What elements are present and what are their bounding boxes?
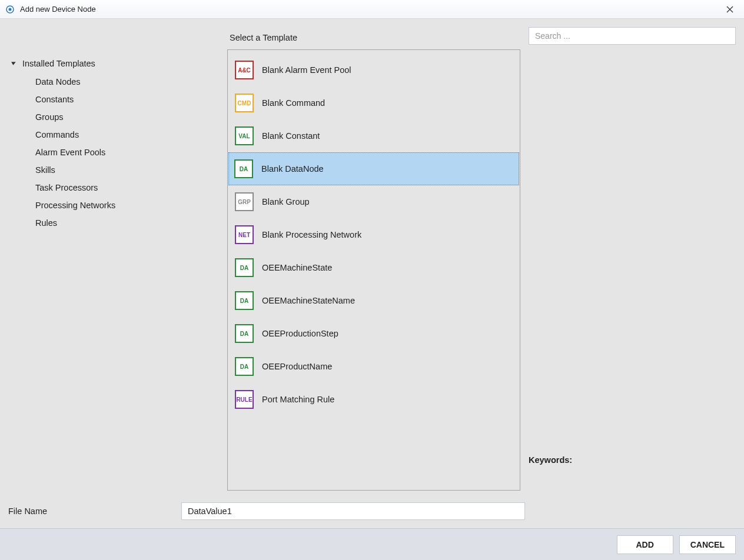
- tree-item[interactable]: Task Processors: [35, 179, 227, 196]
- template-row[interactable]: GRPBlank Group: [229, 185, 519, 218]
- close-button[interactable]: [720, 0, 739, 19]
- template-row[interactable]: DAOEEMachineState: [229, 251, 519, 284]
- template-label: OEEProductName: [262, 362, 332, 371]
- template-type-icon: NET: [235, 225, 254, 244]
- add-button[interactable]: ADD: [617, 535, 673, 554]
- template-label: Blank Constant: [262, 131, 320, 141]
- template-type-icon: DA: [235, 357, 254, 376]
- template-label: Blank Alarm Event Pool: [262, 65, 351, 75]
- tree-item[interactable]: Alarm Event Pools: [35, 144, 227, 161]
- chevron-down-icon: [11, 60, 19, 68]
- filename-input[interactable]: [181, 502, 525, 520]
- template-label: OEEProductionStep: [262, 329, 338, 338]
- tree-parent-label: Installed Templates: [22, 59, 95, 68]
- dialog-body: Installed Templates Data NodesConstantsG…: [0, 19, 744, 498]
- template-row[interactable]: VALBlank Constant: [229, 119, 519, 152]
- template-type-icon: A&C: [235, 61, 254, 79]
- svg-point-1: [9, 8, 12, 11]
- search-wrap: [529, 27, 736, 45]
- titlebar: Add new Device Node: [0, 0, 744, 19]
- template-heading: Select a Template: [227, 27, 520, 49]
- tree-item[interactable]: Groups: [35, 108, 227, 126]
- template-row[interactable]: DAOEEMachineStateName: [229, 284, 519, 317]
- template-label: OEEMachineStateName: [262, 296, 355, 305]
- tree-item[interactable]: Data Nodes: [35, 73, 227, 91]
- template-row[interactable]: CMDBlank Command: [229, 86, 519, 119]
- tree-parent-installed-templates[interactable]: Installed Templates: [8, 56, 227, 73]
- template-list[interactable]: A&CBlank Alarm Event PoolCMDBlank Comman…: [227, 49, 520, 491]
- tree-item[interactable]: Processing Networks: [35, 196, 227, 214]
- tree-item[interactable]: Rules: [35, 214, 227, 232]
- keywords-label: Keywords:: [529, 455, 736, 494]
- template-row[interactable]: RULEPort Matching Rule: [229, 383, 519, 416]
- template-row[interactable]: DAOEEProductionStep: [229, 317, 519, 350]
- tree-children: Data NodesConstantsGroupsCommandsAlarm E…: [8, 73, 227, 232]
- tree-item[interactable]: Commands: [35, 126, 227, 144]
- filename-row: File Name: [0, 498, 744, 528]
- dialog-footer: ADD CANCEL: [0, 528, 744, 560]
- template-type-icon: DA: [234, 159, 253, 178]
- template-label: Port Matching Rule: [262, 395, 334, 404]
- cancel-button[interactable]: CANCEL: [679, 535, 736, 554]
- center-column: Select a Template A&CBlank Alarm Event P…: [227, 27, 520, 494]
- template-label: Blank Processing Network: [262, 230, 361, 239]
- template-row[interactable]: NETBlank Processing Network: [229, 218, 519, 251]
- template-row[interactable]: DABlank DataNode: [228, 152, 519, 185]
- template-type-icon: RULE: [235, 390, 254, 409]
- template-label: OEEMachineState: [262, 263, 332, 272]
- template-row[interactable]: A&CBlank Alarm Event Pool: [229, 54, 519, 86]
- tree-item[interactable]: Skills: [35, 161, 227, 179]
- template-type-icon: GRP: [235, 192, 254, 211]
- tree-item[interactable]: Constants: [35, 91, 227, 108]
- template-type-icon: DA: [235, 324, 254, 343]
- sidebar: Installed Templates Data NodesConstantsG…: [8, 27, 227, 494]
- template-label: Blank Command: [262, 98, 325, 108]
- template-type-icon: CMD: [235, 94, 254, 112]
- template-type-icon: DA: [235, 258, 254, 277]
- template-type-icon: DA: [235, 291, 254, 310]
- window-title: Add new Device Node: [20, 5, 720, 14]
- template-row[interactable]: DAOEEProductName: [229, 350, 519, 383]
- app-icon: [5, 4, 15, 15]
- template-type-icon: VAL: [235, 126, 254, 145]
- template-label: Blank DataNode: [261, 164, 324, 174]
- right-column: Keywords:: [520, 27, 736, 494]
- template-label: Blank Group: [262, 197, 310, 206]
- filename-label: File Name: [8, 506, 174, 516]
- tree-root: Installed Templates Data NodesConstantsG…: [8, 56, 227, 232]
- search-input[interactable]: [529, 27, 736, 45]
